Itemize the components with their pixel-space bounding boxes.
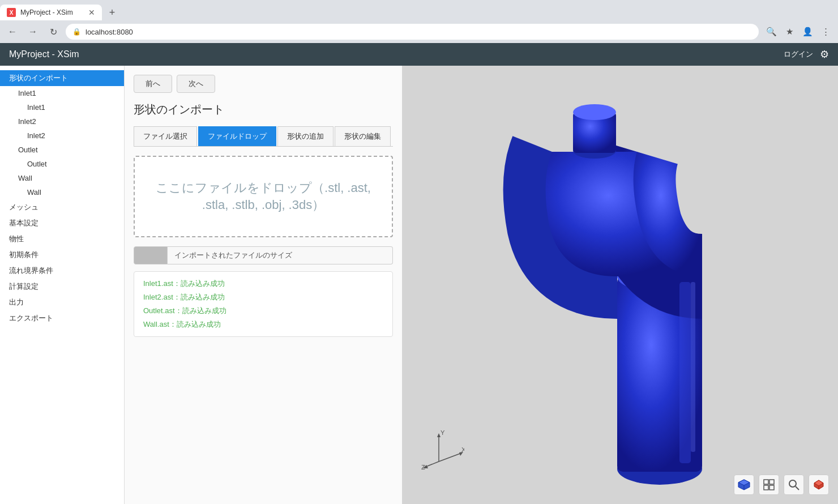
sidebar-item-wall-sub[interactable]: Wall — [0, 185, 124, 199]
browser-chrome: X MyProject - XSim ✕ + ← → ↻ 🔒 localhost… — [0, 0, 838, 43]
zoom-button[interactable] — [784, 475, 804, 495]
search-button[interactable]: 🔍 — [763, 24, 779, 40]
sidebar-item-wall[interactable]: Wall — [0, 171, 124, 185]
svg-line-10 — [439, 453, 461, 462]
app-body: 形状のインポート Inlet1 Inlet1 Inlet2 Inlet2 Out… — [0, 66, 838, 504]
next-button[interactable]: 次へ — [177, 75, 215, 93]
file-list: Inlet1.ast：読み込み成功 Inlet2.ast：読み込み成功 Outl… — [134, 271, 393, 337]
sidebar: 形状のインポート Inlet1 Inlet1 Inlet2 Inlet2 Out… — [0, 66, 125, 504]
cube-view-button[interactable] — [734, 475, 754, 495]
pipe-svg — [402, 66, 838, 504]
viewport-tools — [734, 475, 829, 495]
prev-button[interactable]: 前へ — [134, 75, 172, 93]
new-tab-button[interactable]: + — [104, 5, 120, 20]
sidebar-item-import[interactable]: 形状のインポート — [0, 70, 124, 86]
header-right: ログイン ⚙ — [784, 48, 829, 61]
tab-bar: X MyProject - XSim ✕ + — [0, 0, 838, 20]
sidebar-item-outlet-sub[interactable]: Outlet — [0, 157, 124, 171]
tab-file-select[interactable]: ファイル選択 — [134, 126, 197, 146]
address-bar: ← → ↻ 🔒 localhost:8080 🔍 ★ 👤 ⋮ — [0, 20, 838, 43]
tab-edit-shape[interactable]: 形状の編集 — [335, 126, 391, 146]
file-size-indicator — [134, 246, 168, 264]
tab-favicon: X — [7, 8, 16, 17]
app-title: MyProject - XSim — [9, 49, 79, 59]
address-input[interactable]: 🔒 localhost:8080 — [66, 24, 759, 40]
sidebar-item-basic-settings[interactable]: 基本設定 — [0, 215, 124, 231]
tab-file-drop[interactable]: ファイルドロップ — [198, 126, 276, 146]
panel-title: 形状のインポート — [134, 102, 393, 117]
main-panel: 前へ 次へ 形状のインポート ファイル選択 ファイルドロップ 形状の追加 形状の… — [125, 66, 402, 504]
file-item-0: Inlet1.ast：読み込み成功 — [143, 279, 383, 289]
sidebar-item-outlet[interactable]: Outlet — [0, 143, 124, 157]
file-item-3: Wall.ast：読み込み成功 — [143, 319, 383, 330]
browser-tab[interactable]: X MyProject - XSim ✕ — [0, 5, 102, 20]
sidebar-item-boundary-conditions[interactable]: 流れ境界条件 — [0, 263, 124, 279]
sidebar-item-inlet2[interactable]: Inlet2 — [0, 114, 124, 129]
url-text: localhost:8080 — [85, 28, 133, 36]
sidebar-item-initial-conditions[interactable]: 初期条件 — [0, 247, 124, 263]
x-axis-label: X — [461, 446, 464, 453]
svg-rect-7 — [691, 282, 695, 452]
sidebar-item-inlet1[interactable]: Inlet1 — [0, 86, 124, 100]
menu-button[interactable]: ⋮ — [818, 24, 833, 40]
svg-rect-18 — [769, 480, 774, 484]
svg-rect-17 — [764, 480, 768, 484]
y-axis-label: Y — [441, 429, 445, 436]
grid-view-button[interactable] — [759, 475, 779, 495]
svg-point-5 — [573, 104, 616, 120]
tab-bar-panel: ファイル選択 ファイルドロップ 形状の追加 形状の編集 — [134, 126, 393, 147]
drop-zone[interactable]: ここにファイルをドロップ（.stl, .ast, .stla, .stlb, .… — [134, 156, 393, 237]
nav-buttons: 前へ 次へ — [134, 75, 393, 93]
file-item-1: Inlet2.ast：読み込み成功 — [143, 292, 383, 302]
axis-indicator: Y X Z — [419, 425, 464, 470]
profile-button[interactable]: 👤 — [799, 24, 815, 40]
back-button[interactable]: ← — [5, 24, 20, 40]
tab-close-button[interactable]: ✕ — [88, 8, 95, 17]
lock-icon: 🔒 — [72, 28, 81, 36]
file-size-label: インポートされたファイルのサイズ — [168, 246, 393, 264]
sidebar-item-inlet1-sub[interactable]: Inlet1 — [0, 100, 124, 114]
tab-title: MyProject - XSim — [20, 8, 73, 16]
sidebar-item-export[interactable]: エクスポート — [0, 310, 124, 326]
sidebar-item-calculation-settings[interactable]: 計算設定 — [0, 279, 124, 294]
svg-rect-20 — [769, 485, 774, 490]
file-item-2: Outlet.ast：読み込み成功 — [143, 306, 383, 316]
settings-icon[interactable]: ⚙ — [820, 48, 829, 61]
sidebar-item-output[interactable]: 出力 — [0, 294, 124, 310]
svg-rect-19 — [764, 485, 768, 490]
z-axis-label: Z — [421, 464, 425, 470]
login-button[interactable]: ログイン — [784, 49, 813, 59]
forward-button[interactable]: → — [25, 24, 41, 40]
sidebar-item-inlet2-sub[interactable]: Inlet2 — [0, 129, 124, 143]
sidebar-item-mesh[interactable]: メッシュ — [0, 199, 124, 215]
svg-point-21 — [789, 480, 796, 487]
viewport-3d[interactable]: Y X Z — [402, 66, 838, 504]
reload-button[interactable]: ↻ — [45, 24, 61, 40]
tab-add-shape[interactable]: 形状の追加 — [277, 126, 334, 146]
file-size-bar: インポートされたファイルのサイズ — [134, 246, 393, 264]
svg-rect-6 — [679, 282, 691, 463]
app-header: MyProject - XSim ログイン ⚙ — [0, 43, 838, 66]
svg-line-22 — [796, 486, 799, 490]
bookmark-button[interactable]: ★ — [781, 24, 797, 40]
perspective-button[interactable] — [809, 475, 829, 495]
sidebar-item-properties[interactable]: 物性 — [0, 231, 124, 247]
address-right-buttons: 🔍 ★ 👤 ⋮ — [763, 24, 833, 40]
